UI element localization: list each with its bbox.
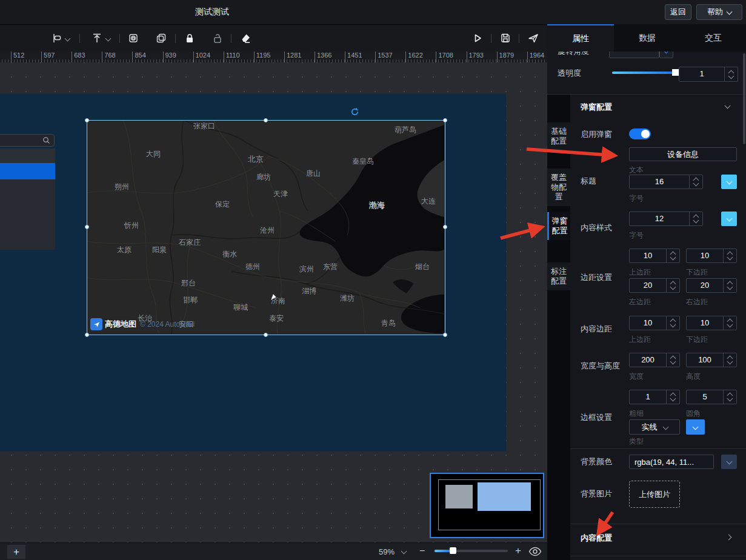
chevron-down-icon	[727, 9, 733, 15]
stepper[interactable]	[723, 279, 736, 292]
content-margin-bottom-input[interactable]: 10	[686, 316, 737, 330]
map-component[interactable]: 张家口大同北京葫芦岛秦皇岛唐山廊坊天津渤海大连朔州保定忻州石家庄太原阳泉衡水德州…	[87, 120, 444, 334]
save-icon[interactable]	[499, 32, 511, 44]
border-color-picker-button[interactable]	[686, 419, 705, 435]
map-city-label: 烟台	[415, 262, 430, 272]
popup-height-input[interactable]: 100	[686, 353, 737, 367]
tab-data[interactable]: 数据	[614, 24, 681, 52]
zoom-dropdown-icon[interactable]	[401, 548, 407, 555]
transform-settings: 旋转角度 透明度 1	[547, 52, 746, 94]
ruler-tick-label: 1024	[193, 52, 210, 62]
eraser-icon[interactable]	[239, 32, 251, 44]
toolbar-separator	[119, 34, 120, 43]
tab-label: 数据	[639, 33, 656, 44]
title-font-size-input[interactable]: 16	[629, 175, 703, 189]
canvas-area[interactable]: 张家口大同北京葫芦岛秦皇岛唐山廊坊天津渤海大连朔州保定忻州石家庄太原阳泉衡水德州…	[0, 62, 547, 542]
tab-popup-config[interactable]: 弹窗配置	[547, 212, 570, 240]
value: 200	[630, 353, 666, 367]
search-input[interactable]	[0, 134, 55, 147]
value: 5	[687, 390, 723, 404]
map-city-label: 秦皇岛	[352, 156, 374, 167]
bg-color-input[interactable]	[629, 455, 714, 469]
help-button[interactable]: 帮助	[696, 4, 742, 20]
zoom-slider[interactable]	[435, 550, 508, 552]
enable-popup-toggle[interactable]	[629, 128, 651, 139]
preview-eye-icon[interactable]	[528, 547, 542, 559]
margin-right-input[interactable]: 20	[686, 278, 737, 293]
unlock-icon[interactable]	[211, 32, 224, 44]
stepper[interactable]	[666, 316, 679, 330]
stepper[interactable]	[723, 390, 736, 404]
margin-left-input[interactable]: 20	[629, 278, 680, 293]
margin-top-hint: 上边距	[629, 267, 651, 278]
opacity-slider-handle[interactable]	[672, 69, 679, 76]
map-city-label: 沧州	[260, 225, 275, 236]
popup-width-input[interactable]: 200	[629, 353, 680, 367]
tab-basic-config[interactable]: 基础配置	[547, 122, 570, 150]
zoom-out-button[interactable]: −	[419, 545, 425, 556]
stepper[interactable]	[666, 249, 679, 262]
stepper[interactable]	[666, 390, 679, 404]
zoom-slider-handle[interactable]	[450, 547, 456, 554]
opacity-slider[interactable]	[612, 72, 676, 74]
collapse-section-icon[interactable]	[725, 103, 731, 109]
upload-image-button[interactable]: 上传图片	[629, 481, 680, 508]
tab-overlay-config[interactable]: 覆盖物配置	[547, 168, 570, 206]
stepper[interactable]	[689, 212, 702, 225]
stepper[interactable]	[666, 353, 679, 367]
ruler-tick-label: 1879	[497, 52, 514, 62]
content-margin-label: 内容边距	[581, 324, 612, 335]
stepper[interactable]	[723, 353, 736, 367]
list-item[interactable]	[0, 148, 55, 163]
border-width-input[interactable]: 1	[629, 390, 680, 404]
margin-bottom-input[interactable]: 10	[686, 248, 737, 263]
content-color-picker-button[interactable]	[721, 212, 737, 226]
move-to-top-icon[interactable]	[91, 32, 103, 44]
publish-send-icon[interactable]	[527, 32, 539, 44]
stepper[interactable]	[723, 249, 736, 262]
group-icon[interactable]	[127, 32, 139, 44]
map-city-label: 阳泉	[152, 245, 167, 255]
ruler-tick-label: 1622	[405, 52, 422, 62]
content-margin-top-input[interactable]: 10	[629, 316, 680, 330]
zoom-percent[interactable]: 59%	[379, 547, 395, 556]
opacity-stepper[interactable]	[724, 67, 738, 81]
border-type-hint: 类型	[629, 436, 644, 447]
ruler-tick-label: 1708	[436, 52, 453, 62]
align-icon[interactable]	[52, 32, 64, 44]
move-dropdown-icon[interactable]	[105, 36, 112, 42]
tab-annotation-config[interactable]: 标注配置	[547, 262, 570, 290]
border-radius-input[interactable]: 5	[686, 390, 737, 404]
rotate-handle-icon[interactable]	[350, 107, 359, 118]
margin-top-input[interactable]: 10	[629, 248, 680, 263]
stepper[interactable]	[666, 279, 679, 292]
map-city-label: 保定	[215, 199, 230, 210]
bg-color-picker-button[interactable]	[721, 455, 737, 469]
panel-scrollbar[interactable]	[743, 53, 745, 144]
border-type-select[interactable]: 实线	[629, 419, 680, 435]
popup-title-input[interactable]	[629, 147, 737, 161]
tab-properties[interactable]: 属性	[547, 24, 614, 52]
opacity-input[interactable]: 1	[679, 67, 738, 82]
preview-play-icon[interactable]	[471, 32, 484, 44]
add-page-button[interactable]: +	[7, 545, 25, 559]
tab-interaction[interactable]: 交互	[681, 24, 746, 52]
upload-button-label: 上传图片	[639, 489, 670, 500]
title-color-picker-button[interactable]	[721, 175, 737, 189]
minimap[interactable]	[430, 473, 544, 538]
map-city-label: 邢台	[181, 278, 196, 288]
content-font-size-input[interactable]: 12	[629, 212, 703, 226]
lock-icon[interactable]	[184, 32, 196, 44]
back-button[interactable]: 返回	[665, 4, 691, 20]
component-list-panel[interactable]	[0, 148, 55, 250]
zoom-in-button[interactable]: +	[515, 545, 521, 557]
map-city-label: 北京	[248, 154, 264, 165]
align-dropdown-icon[interactable]	[65, 36, 71, 42]
expand-section-icon[interactable]	[726, 535, 732, 541]
stepper[interactable]	[723, 316, 736, 330]
list-item-selected[interactable]	[0, 163, 55, 179]
rotate-angle-select[interactable]	[609, 52, 659, 58]
rotate-select-chevron[interactable]	[659, 52, 673, 58]
stepper[interactable]	[689, 175, 702, 188]
copy-icon[interactable]	[155, 32, 167, 44]
